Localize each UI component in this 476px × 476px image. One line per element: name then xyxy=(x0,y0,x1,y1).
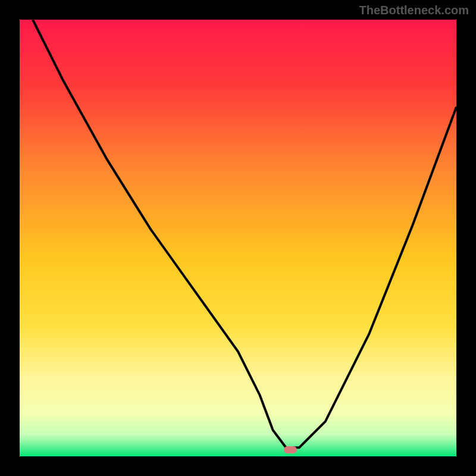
bottleneck-curve xyxy=(20,20,456,456)
watermark-text: TheBottleneck.com xyxy=(359,4,469,17)
plot-area xyxy=(20,20,456,456)
chart-container: TheBottleneck.com xyxy=(0,0,476,476)
minimum-marker xyxy=(284,446,297,453)
